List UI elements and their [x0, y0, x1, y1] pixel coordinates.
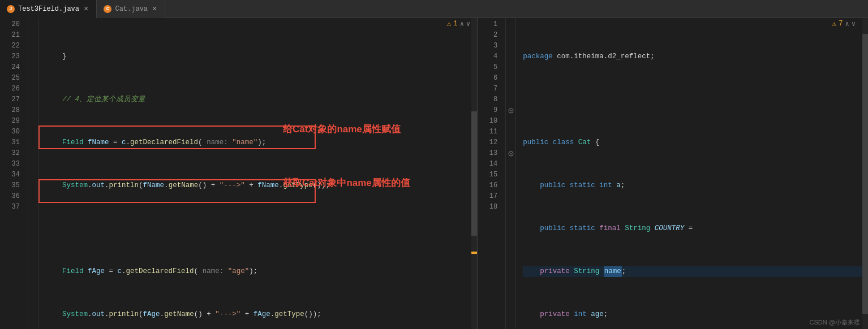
ln-27: 27: [0, 94, 23, 105]
right-line-numbers: 1 2 3 4 5 6 7 8 9 10 11 12 13 14 15 16 1…: [478, 18, 506, 329]
ln-29: 29: [0, 116, 23, 127]
rln-2: 2: [478, 30, 501, 41]
rln-6: 6: [478, 73, 501, 84]
code-line-25: Field fAge = c.getDeclaredField( name: "…: [45, 266, 477, 277]
left-code-content[interactable]: } // 4、定位某个成员变量 Field fName = c.getDecla…: [38, 18, 477, 329]
rln-12: 12: [478, 137, 501, 148]
rln-4: 4: [478, 51, 501, 62]
warning-count-left: 1: [453, 20, 457, 28]
ln-20: 20: [0, 19, 23, 30]
code-line-24: [45, 223, 477, 234]
ln-21: 21: [0, 30, 23, 41]
code-line-21: // 4、定位某个成员变量: [45, 94, 477, 105]
rln-3: 3: [478, 41, 501, 51]
rln-16: 16: [478, 180, 501, 191]
right-warning-indicator: ⚠ 7 ∧ ∨: [832, 19, 856, 28]
ln-24: 24: [0, 62, 23, 73]
warning-count-right: 7: [839, 20, 843, 28]
rcode-line-1: package com.itheima.d2_reflect;: [523, 51, 868, 62]
left-scroll-warning-mark: [471, 252, 477, 254]
rln-17: 17: [478, 191, 501, 202]
annotation-assign-label: 给Cat对象的name属性赋值: [283, 123, 401, 136]
right-code-area[interactable]: 1 2 3 4 5 6 7 8 9 10 11 12 13 14 15 16 1…: [478, 18, 868, 329]
warning-nav-down-left[interactable]: ∨: [466, 20, 470, 28]
code-line-26: System.out.println(fAge.getName() + "---…: [45, 309, 477, 320]
ln-36: 36: [0, 191, 23, 202]
rcode-line-2: [523, 94, 868, 105]
warning-triangle-icon-right: ⚠: [832, 19, 837, 28]
code-line-22: Field fName = c.getDeclaredField( name: …: [45, 137, 477, 148]
left-gutter: [28, 18, 38, 329]
ln-35: 35: [0, 180, 23, 191]
ln-33: 33: [0, 159, 23, 170]
right-editor-pane: 1 2 3 4 5 6 7 8 9 10 11 12 13 14 15 16 1…: [478, 18, 868, 329]
fold-icon-private-cat[interactable]: [508, 148, 514, 159]
rln-10: 10: [478, 116, 501, 127]
left-editor-pane: 20 21 22 23 24 25 26 27 28 29 30 31 32 3…: [0, 18, 478, 329]
tab-test3field-label: Test3Field.java: [18, 5, 79, 13]
rln-14: 14: [478, 159, 501, 170]
ln-22: 22: [0, 41, 23, 51]
warning-nav-up-right[interactable]: ∧: [845, 20, 849, 28]
ln-28: 28: [0, 105, 23, 116]
left-code-area[interactable]: 20 21 22 23 24 25 26 27 28 29 30 31 32 3…: [0, 18, 477, 329]
left-line-numbers: 20 21 22 23 24 25 26 27 28 29 30 31 32 3…: [0, 18, 28, 329]
code-line-20: }: [45, 51, 477, 62]
rln-1: 1: [478, 19, 501, 30]
ln-31: 31: [0, 137, 23, 148]
fold-icon-cat-constructor[interactable]: [508, 105, 514, 116]
rcode-line-6: private String name;: [523, 266, 868, 277]
left-warning-indicator: ⚠ 1 ∧ ∨: [447, 19, 471, 28]
editors-container: 20 21 22 23 24 25 26 27 28 29 30 31 32 3…: [0, 18, 868, 329]
annotation-get-label: 获取Cat对象中name属性的值: [283, 176, 410, 189]
warning-triangle-icon: ⚠: [447, 19, 452, 28]
right-gutter: [506, 18, 516, 329]
rln-15: 15: [478, 170, 501, 180]
right-scroll-thumb[interactable]: [862, 34, 868, 314]
tab-test3field-close[interactable]: ×: [83, 5, 89, 14]
rcode-line-5: public static final String COUNTRY =: [523, 223, 868, 234]
rln-18: 18: [478, 202, 501, 213]
ln-37: 37: [0, 202, 23, 213]
rln-7: 7: [478, 84, 501, 94]
tab-catjava-close[interactable]: ×: [151, 5, 158, 14]
rln-11: 11: [478, 127, 501, 137]
csdn-watermark: CSDN @小秦来喽: [810, 318, 860, 327]
ln-32: 32: [0, 148, 23, 159]
left-scrollbar[interactable]: [471, 18, 477, 329]
ln-23: 23: [0, 51, 23, 62]
ln-26: 26: [0, 84, 23, 94]
tab-catjava-label: Cat.java: [115, 5, 148, 13]
rcode-line-3: public class Cat {: [523, 137, 868, 148]
left-scroll-thumb[interactable]: [471, 111, 477, 236]
cat-java-icon: C: [104, 5, 111, 13]
right-code-content[interactable]: package com.itheima.d2_reflect; public c…: [516, 18, 868, 329]
rln-8: 8: [478, 94, 501, 105]
right-scrollbar[interactable]: [862, 18, 868, 329]
ln-34: 34: [0, 170, 23, 180]
tab-catjava[interactable]: C Cat.java ×: [97, 0, 165, 18]
ln-25: 25: [0, 73, 23, 84]
warning-nav-up-left[interactable]: ∧: [460, 20, 464, 28]
rln-9: 9: [478, 105, 501, 116]
code-line-23: System.out.println(fName.getName() + "--…: [45, 180, 477, 191]
tab-bar: J Test3Field.java × C Cat.java ×: [0, 0, 868, 18]
warning-nav-down-right[interactable]: ∨: [852, 20, 856, 28]
ln-30: 30: [0, 127, 23, 137]
rcode-line-4: public static int a;: [523, 180, 868, 191]
tab-test3field[interactable]: J Test3Field.java ×: [0, 0, 97, 18]
rln-13: 13: [478, 148, 501, 159]
rln-5: 5: [478, 62, 501, 73]
java-icon: J: [7, 5, 15, 13]
